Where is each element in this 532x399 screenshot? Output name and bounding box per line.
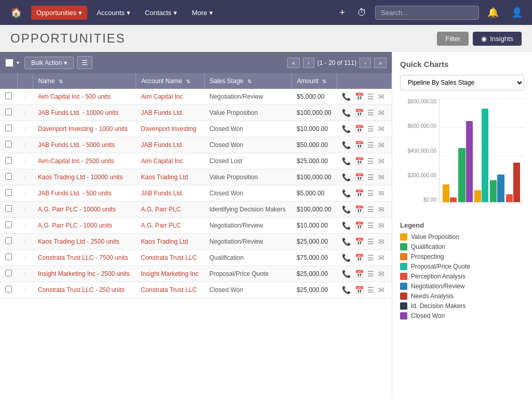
row-checkbox-12[interactable]	[5, 286, 12, 292]
account-link-7[interactable]: A.G. Parr PLC	[141, 206, 181, 213]
search-input[interactable]	[375, 6, 479, 20]
call-icon[interactable]: 📞	[342, 189, 351, 197]
last-page-button[interactable]: »	[374, 58, 387, 68]
select-all-checkbox[interactable]	[5, 59, 14, 67]
nav-more[interactable]: More ▾	[187, 6, 218, 20]
email-icon[interactable]: ✉	[378, 109, 384, 117]
opportunity-link-5[interactable]: Kaos Trading Ltd - 10000 units	[38, 174, 123, 181]
email-icon[interactable]: ✉	[378, 173, 384, 181]
account-link-1[interactable]: JAB Funds Ltd.	[141, 109, 183, 116]
email-icon[interactable]: ✉	[378, 237, 384, 246]
account-link-2[interactable]: Davenport Investing	[141, 125, 196, 132]
row-checkbox-0[interactable]	[5, 92, 12, 99]
email-icon[interactable]: ✉	[378, 141, 384, 149]
list-icon[interactable]: ☰	[367, 270, 374, 278]
history-button[interactable]: ⏱	[353, 4, 371, 21]
row-checkbox-5[interactable]	[5, 173, 12, 180]
calendar-icon[interactable]: 📅	[355, 205, 364, 214]
calendar-icon[interactable]: 📅	[355, 221, 364, 230]
row-checkbox-11[interactable]	[5, 270, 12, 276]
row-checkbox-4[interactable]	[5, 157, 12, 164]
bar-1-0[interactable]	[458, 148, 465, 203]
account-link-8[interactable]: A.G. Parr PLC	[141, 222, 181, 229]
email-icon[interactable]: ✉	[378, 92, 384, 101]
opportunity-link-4[interactable]: Aim Capital Inc - 2500 units	[38, 157, 114, 165]
list-icon[interactable]: ☰	[367, 173, 374, 181]
list-icon[interactable]: ☰	[367, 141, 374, 149]
list-icon[interactable]: ☰	[367, 221, 374, 230]
list-icon[interactable]: ☰	[367, 205, 374, 214]
call-icon[interactable]: 📞	[342, 109, 351, 117]
insights-button[interactable]: ◉ Insights	[473, 32, 522, 46]
account-link-5[interactable]: Kaos Trading Ltd	[141, 174, 188, 181]
email-icon[interactable]: ✉	[378, 221, 384, 230]
calendar-icon[interactable]: 📅	[355, 254, 364, 262]
list-icon[interactable]: ☰	[367, 286, 374, 294]
call-icon[interactable]: 📞	[342, 173, 351, 181]
select-dropdown-chevron[interactable]: ▾	[15, 59, 21, 66]
chart-type-select[interactable]: Pipeline By Sales Stage Pipeline By Lead…	[400, 75, 524, 90]
next-page-button[interactable]: ›	[360, 58, 371, 68]
calendar-icon[interactable]: 📅	[355, 270, 364, 278]
list-icon[interactable]: ☰	[367, 237, 374, 246]
account-link-12[interactable]: Constrata Trust LLC	[141, 286, 196, 294]
bar-0-0[interactable]	[443, 184, 449, 202]
notifications-button[interactable]: 🔔	[483, 4, 503, 21]
list-icon[interactable]: ☰	[367, 189, 374, 197]
account-link-9[interactable]: Kaos Trading Ltd	[141, 238, 188, 245]
nav-opportunities[interactable]: Opportunities ▾	[31, 6, 87, 20]
calendar-icon[interactable]: 📅	[355, 157, 364, 165]
row-checkbox-1[interactable]	[5, 109, 12, 115]
nav-accounts[interactable]: Accounts ▾	[91, 6, 135, 20]
account-link-6[interactable]: JAB Funds Ltd.	[141, 190, 183, 197]
bulk-action-button[interactable]: Bulk Action ▾	[24, 57, 74, 69]
call-icon[interactable]: 📞	[342, 270, 351, 278]
calendar-icon[interactable]: 📅	[355, 92, 364, 101]
filter-button[interactable]: Filter	[437, 32, 469, 46]
account-link-10[interactable]: Constrata Trust LLC	[141, 254, 196, 261]
opportunity-link-12[interactable]: Constrata Trust LLC - 250 units	[38, 286, 125, 294]
call-icon[interactable]: 📞	[342, 141, 351, 149]
home-button[interactable]: 🏠	[5, 4, 27, 21]
account-link-4[interactable]: Aim Capital Inc	[141, 157, 183, 165]
call-icon[interactable]: 📞	[342, 237, 351, 246]
col-name[interactable]: Name ⇅	[33, 73, 136, 89]
bar-4-1[interactable]	[513, 163, 520, 202]
row-checkbox-8[interactable]	[5, 221, 12, 228]
email-icon[interactable]: ✉	[378, 189, 384, 197]
call-icon[interactable]: 📞	[342, 254, 351, 262]
calendar-icon[interactable]: 📅	[355, 125, 364, 133]
row-checkbox-9[interactable]	[5, 237, 12, 244]
calendar-icon[interactable]: 📅	[355, 173, 364, 181]
email-icon[interactable]: ✉	[378, 270, 384, 278]
row-checkbox-3[interactable]	[5, 141, 12, 148]
row-checkbox-10[interactable]	[5, 254, 12, 260]
col-stage[interactable]: Sales Stage ⇅	[204, 73, 291, 89]
email-icon[interactable]: ✉	[378, 157, 384, 165]
list-icon[interactable]: ☰	[367, 92, 374, 101]
call-icon[interactable]: 📞	[342, 125, 351, 133]
row-checkbox-7[interactable]	[5, 205, 12, 212]
calendar-icon[interactable]: 📅	[355, 141, 364, 149]
email-icon[interactable]: ✉	[378, 205, 384, 214]
opportunity-link-6[interactable]: JAB Funds Ltd. - 500 units	[38, 190, 111, 197]
opportunity-link-1[interactable]: JAB Funds Ltd. - 10000 units	[38, 109, 118, 116]
opportunity-link-9[interactable]: Kaos Trading Ltd - 2500 units	[38, 238, 119, 245]
bar-0-1[interactable]	[450, 197, 457, 203]
bar-4-0[interactable]	[506, 194, 513, 202]
email-icon[interactable]: ✉	[378, 125, 384, 133]
calendar-icon[interactable]: 📅	[355, 237, 364, 246]
call-icon[interactable]: 📞	[342, 92, 351, 101]
calendar-icon[interactable]: 📅	[355, 109, 364, 117]
opportunity-link-10[interactable]: Constrata Trust LLC - 7500 units	[38, 254, 128, 261]
first-page-button[interactable]: «	[287, 58, 300, 68]
call-icon[interactable]: 📞	[342, 221, 351, 230]
bar-2-0[interactable]	[474, 190, 481, 202]
user-profile-button[interactable]: 👤	[507, 4, 527, 21]
opportunity-link-11[interactable]: Insight Marketing Inc - 2500 units	[38, 270, 130, 277]
bar-2-1[interactable]	[482, 109, 488, 203]
opportunity-link-8[interactable]: A.G. Parr PLC - 1000 units	[38, 222, 112, 229]
col-amount[interactable]: Amount ⇅	[291, 73, 337, 89]
row-checkbox-6[interactable]	[5, 189, 12, 196]
bar-3-1[interactable]	[497, 175, 504, 202]
